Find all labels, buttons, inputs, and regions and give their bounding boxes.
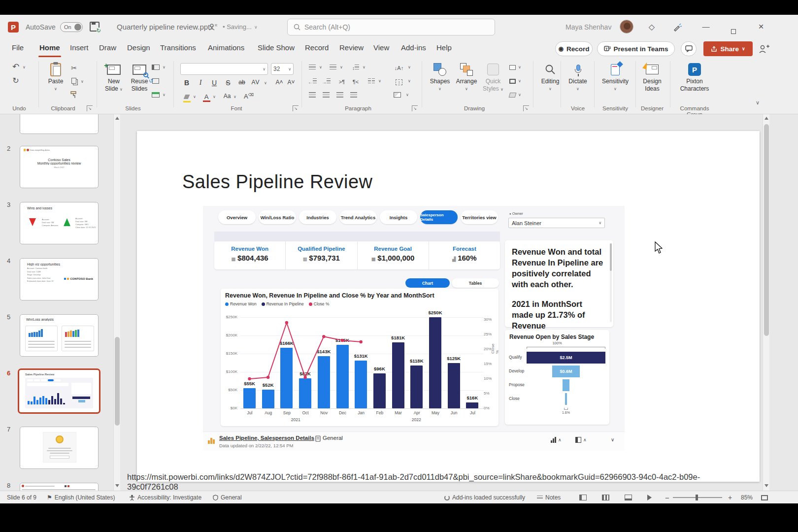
section-icon[interactable]: [151, 91, 161, 100]
minimize-button[interactable]: —: [698, 20, 713, 33]
tab-record[interactable]: Record: [304, 39, 330, 56]
shape-fill-icon[interactable]: [507, 63, 517, 73]
record-button[interactable]: ◉ Record: [555, 41, 593, 56]
tab-file[interactable]: File: [11, 39, 25, 56]
pbi-tab-industries[interactable]: Industries: [299, 210, 336, 224]
fit-to-window-button[interactable]: [761, 491, 768, 503]
slide-thumbnail-5[interactable]: Win/Loss analysis: [20, 314, 99, 357]
text-direction-dropdown-icon[interactable]: ∨: [408, 79, 411, 83]
report-link[interactable]: Sales Pipeline, Salesperson Details: [219, 435, 314, 441]
powerpoint-logo-icon[interactable]: P: [8, 22, 19, 33]
pbi-tab-salesperson-selected[interactable]: Salesperson Details: [420, 210, 458, 224]
pbi-tab-winloss[interactable]: Win/Loss Ratio: [259, 210, 296, 224]
scrollbar-thumb[interactable]: [115, 337, 120, 426]
smartart-icon[interactable]: [392, 91, 402, 100]
bold-button[interactable]: B: [181, 79, 192, 87]
columns-dropdown-icon[interactable]: ∨: [378, 79, 381, 83]
strikethrough-button[interactable]: S: [223, 79, 233, 87]
line-spacing-icon[interactable]: ↕: [351, 63, 361, 73]
powerbi-embed[interactable]: Overview Win/Loss Ratio Industries Trend…: [203, 206, 625, 451]
user-name[interactable]: Maya Shenhav: [565, 23, 611, 31]
layout-grid-button[interactable]: ∧: [575, 437, 587, 443]
tab-help[interactable]: Help: [435, 39, 453, 56]
font-color-dropdown-icon[interactable]: ∨: [213, 95, 216, 99]
slide-title[interactable]: Sales Pipeline Review: [182, 171, 372, 193]
shape-fill-dropdown-icon[interactable]: ∨: [518, 65, 521, 69]
view-slide-sorter-button[interactable]: [602, 491, 609, 503]
slide-canvas[interactable]: Sales Pipeline Review Overview Win/Loss …: [137, 131, 760, 482]
font-size-combobox[interactable]: 32∨: [271, 63, 294, 75]
add-person-icon[interactable]: [759, 44, 769, 53]
slide-thumbnail-4[interactable]: High viz opportunities Account: Contoso …: [20, 258, 99, 300]
align-center-icon[interactable]: [321, 91, 331, 100]
ltr-icon[interactable]: >¶: [337, 77, 347, 87]
slide-thumbnail-2[interactable]: Data storytelling demo Contoso Sales Mon…: [20, 146, 99, 188]
sort-icon[interactable]: ↓A↑: [394, 63, 404, 73]
redo-button[interactable]: ↻: [11, 76, 21, 86]
scroll-up-icon[interactable]: [115, 117, 119, 120]
share-button[interactable]: Share ∨: [703, 41, 753, 56]
copy-icon[interactable]: [69, 77, 79, 87]
shape-effects-icon[interactable]: [507, 91, 517, 100]
rtl-icon[interactable]: ¶<: [351, 77, 361, 87]
slide-layout-icon[interactable]: [151, 63, 161, 73]
justify-icon[interactable]: [349, 91, 359, 100]
grow-font-button[interactable]: A˄: [274, 79, 285, 86]
bullets-icon[interactable]: [307, 63, 317, 73]
spacing-dropdown-icon[interactable]: ∨: [264, 81, 267, 85]
columns-icon[interactable]: [366, 77, 376, 87]
paragraph-dialog-launcher[interactable]: ↘: [412, 105, 418, 111]
copy-dropdown-icon[interactable]: ∨: [81, 79, 84, 84]
slide-thumbnail-1[interactable]: [20, 114, 99, 134]
zoom-level[interactable]: 85%: [741, 491, 753, 503]
font-name-combobox[interactable]: ∨: [180, 63, 268, 75]
slide-thumbnail-7[interactable]: [20, 427, 99, 469]
view-slideshow-button[interactable]: [647, 491, 652, 503]
change-case-button[interactable]: Aa: [222, 93, 233, 100]
combo-chart-card[interactable]: Revenue Won, Revenue In Pipeline and Clo…: [221, 289, 499, 426]
align-left-icon[interactable]: [307, 91, 317, 100]
shapes-button[interactable]: Shapes ∨: [426, 61, 454, 93]
main-scrollbar[interactable]: [763, 114, 769, 491]
main-scrollbar-thumb[interactable]: [764, 124, 769, 336]
bullets-dropdown-icon[interactable]: ∨: [319, 65, 322, 69]
slide-thumbnail-6-selected[interactable]: Sales Pipeline Review: [18, 368, 100, 414]
tab-view[interactable]: View: [372, 39, 390, 56]
dictate-button[interactable]: Dictate ∨: [564, 61, 592, 93]
layout-dropdown-icon[interactable]: ∨: [163, 65, 166, 69]
comments-button[interactable]: [681, 41, 697, 56]
toggle-tables[interactable]: Tables: [452, 278, 499, 288]
accessibility-status[interactable]: Accessibility: Investigate: [129, 491, 201, 503]
highlight-dropdown-icon[interactable]: ∨: [193, 95, 196, 99]
reset-slide-icon[interactable]: ↺: [151, 77, 161, 87]
new-slide-button[interactable]: + New Slide ∨: [100, 61, 128, 93]
funnel-chart-card[interactable]: Revenue Open by Sales Stage 100% Qualify…: [505, 330, 609, 425]
notes-pane[interactable]: https://msit.powerbi.com/links/d2W874ZJO…: [121, 471, 762, 491]
laser-pointer-icon[interactable]: [672, 22, 682, 32]
format-painter-icon[interactable]: [69, 91, 78, 100]
tab-design[interactable]: Design: [126, 39, 151, 56]
restore-button[interactable]: [727, 20, 741, 33]
tab-animations[interactable]: Animations: [207, 39, 245, 56]
tab-insert[interactable]: Insert: [69, 39, 90, 56]
text-direction-icon[interactable]: ↕: [394, 77, 404, 87]
quick-styles-button[interactable]: Quick Styles ∨: [479, 61, 507, 93]
character-spacing-button[interactable]: AV: [250, 79, 261, 86]
chart-type-button[interactable]: ∧: [551, 437, 562, 443]
document-title[interactable]: Quarterly pipeline review.pptx: [117, 23, 214, 31]
thumbnail-scrollbar[interactable]: [113, 114, 120, 491]
numbering-dropdown-icon[interactable]: ∨: [340, 65, 343, 69]
sensitivity-button[interactable]: Sensitivity ∨: [598, 61, 632, 93]
line-spacing-dropdown-icon[interactable]: ∨: [363, 65, 366, 69]
font-dialog-launcher[interactable]: ↘: [293, 105, 299, 111]
view-normal-button[interactable]: [579, 491, 587, 503]
strike-ab-button[interactable]: ab: [236, 79, 247, 86]
clipboard-dialog-launcher[interactable]: ↘: [87, 105, 93, 111]
view-reading-button[interactable]: [625, 491, 632, 503]
avatar[interactable]: [620, 20, 633, 33]
shape-outline-dropdown-icon[interactable]: ∨: [518, 79, 521, 83]
notes-button[interactable]: Notes: [537, 491, 561, 503]
numbering-icon[interactable]: [328, 63, 338, 73]
pbi-tab-trend[interactable]: Trend Analytics: [339, 210, 377, 224]
tab-home[interactable]: Home: [38, 39, 61, 56]
